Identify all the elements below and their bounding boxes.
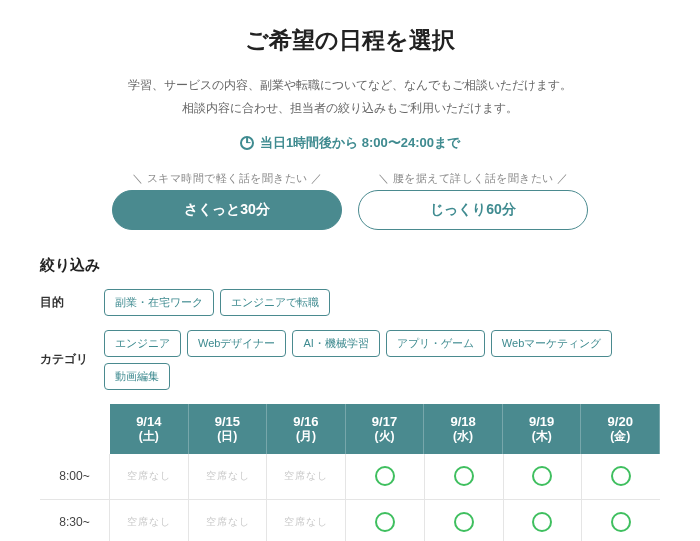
chip-category-5[interactable]: 動画編集 xyxy=(104,363,170,390)
duration-button-60min[interactable]: じっくり60分 xyxy=(358,190,588,230)
page-description: 学習、サービスの内容、副業や転職についてなど、なんでもご相談いただけます。 相談… xyxy=(40,74,660,120)
schedule-header-day-2: 9/16(月) xyxy=(267,404,346,454)
circle-icon xyxy=(611,466,631,486)
chips-category: エンジニアWebデザイナーAI・機械学習アプリ・ゲームWebマーケティング動画編… xyxy=(104,330,660,390)
time-window-text: 当日1時間後から 8:00〜24:00まで xyxy=(260,134,460,152)
chip-category-2[interactable]: AI・機械学習 xyxy=(292,330,379,357)
chip-goal-1[interactable]: エンジニアで転職 xyxy=(220,289,330,316)
circle-icon xyxy=(454,512,474,532)
slot-1-0: 空席なし xyxy=(110,500,189,541)
desc-line-2: 相談内容に合わせ、担当者の絞り込みもご利用いただけます。 xyxy=(40,97,660,120)
desc-line-1: 学習、サービスの内容、副業や転職についてなど、なんでもご相談いただけます。 xyxy=(40,74,660,97)
chip-category-0[interactable]: エンジニア xyxy=(104,330,181,357)
slot-1-4[interactable] xyxy=(425,500,504,541)
slot-1-1: 空席なし xyxy=(189,500,268,541)
slot-1-3[interactable] xyxy=(346,500,425,541)
slot-0-1: 空席なし xyxy=(189,454,268,500)
circle-icon xyxy=(375,512,395,532)
duration-hint-0: スキマ時間で軽く話を聞きたい xyxy=(132,172,323,186)
schedule-header-day-5: 9/19(木) xyxy=(503,404,582,454)
page-title: ご希望の日程を選択 xyxy=(40,25,660,56)
schedule-time-1: 8:30~ xyxy=(40,500,110,541)
duration-hint-1: 腰を据えて詳しく話を聞きたい xyxy=(378,172,569,186)
slot-0-6[interactable] xyxy=(582,454,660,500)
slot-0-4[interactable] xyxy=(425,454,504,500)
circle-icon xyxy=(611,512,631,532)
chip-category-3[interactable]: アプリ・ゲーム xyxy=(386,330,485,357)
schedule-header-day-1: 9/15(日) xyxy=(189,404,268,454)
slot-0-3[interactable] xyxy=(346,454,425,500)
schedule-grid: 9/14(土)9/15(日)9/16(月)9/17(火)9/18(水)9/19(… xyxy=(40,404,660,541)
schedule-time-0: 8:00~ xyxy=(40,454,110,500)
schedule-header-day-4: 9/18(水) xyxy=(424,404,503,454)
filter-title: 絞り込み xyxy=(40,256,660,275)
chip-category-4[interactable]: Webマーケティング xyxy=(491,330,612,357)
slot-1-6[interactable] xyxy=(582,500,660,541)
slot-0-0: 空席なし xyxy=(110,454,189,500)
filter-label-category: カテゴリ xyxy=(40,351,90,368)
circle-icon xyxy=(532,512,552,532)
slot-1-5[interactable] xyxy=(504,500,583,541)
clock-icon xyxy=(240,136,254,150)
circle-icon xyxy=(532,466,552,486)
schedule-header-day-3: 9/17(火) xyxy=(346,404,425,454)
chips-goal: 副業・在宅ワークエンジニアで転職 xyxy=(104,289,330,316)
filter-row-category: カテゴリ エンジニアWebデザイナーAI・機械学習アプリ・ゲームWebマーケティ… xyxy=(40,330,660,390)
filter-label-goal: 目的 xyxy=(40,294,90,311)
time-window-info: 当日1時間後から 8:00〜24:00まで xyxy=(40,134,660,152)
schedule-header-day-6: 9/20(金) xyxy=(581,404,660,454)
filter-row-goal: 目的 副業・在宅ワークエンジニアで転職 xyxy=(40,289,660,316)
circle-icon xyxy=(454,466,474,486)
chip-category-1[interactable]: Webデザイナー xyxy=(187,330,286,357)
slot-0-5[interactable] xyxy=(504,454,583,500)
slot-1-2: 空席なし xyxy=(267,500,346,541)
duration-button-30min[interactable]: さくっと30分 xyxy=(112,190,342,230)
chip-goal-0[interactable]: 副業・在宅ワーク xyxy=(104,289,214,316)
schedule-header-blank xyxy=(40,404,110,454)
schedule-header-day-0: 9/14(土) xyxy=(110,404,189,454)
slot-0-2: 空席なし xyxy=(267,454,346,500)
circle-icon xyxy=(375,466,395,486)
duration-options: スキマ時間で軽く話を聞きたいさくっと30分腰を据えて詳しく話を聞きたいじっくり6… xyxy=(40,172,660,230)
